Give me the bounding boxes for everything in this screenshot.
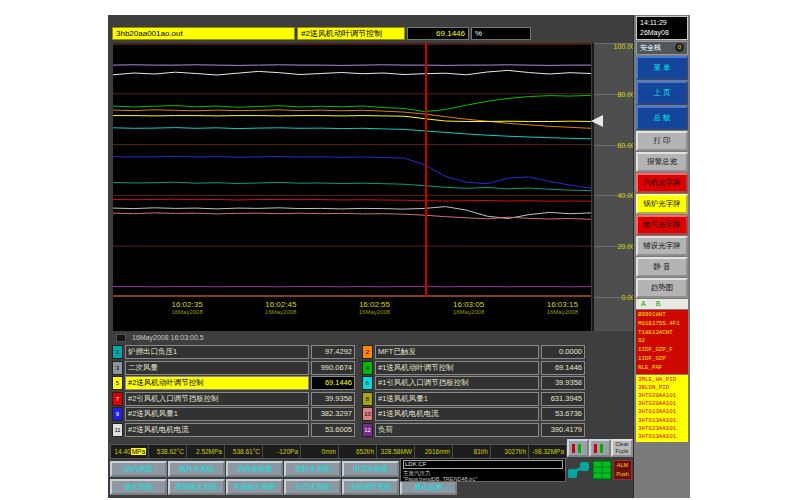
sidebar-button[interactable]: 电气光字牌 [636, 215, 688, 235]
faceplate-panel: LDK CF 主蒸汽压力 "Papa:trendDB. TREND48.trc" [400, 458, 566, 482]
series-color-swatch: 11 [112, 423, 123, 437]
nav-button[interactable]: 循环水系统 [168, 461, 225, 477]
value-marker-triangle[interactable] [591, 115, 603, 127]
trend-point-value: 382.3297 [311, 407, 355, 421]
clock-time: 14:11:29 [640, 18, 684, 28]
alarm-tag[interactable]: 3HTG13AA101 [638, 433, 686, 441]
trend-table-row[interactable]: 1炉膛出口负压197.4292 [112, 345, 360, 359]
alarm-tag[interactable]: NLE_PAF [638, 364, 686, 373]
trend-table-row[interactable]: 12负荷390.4179 [362, 423, 590, 437]
trend-point-name: #1送风机风量1 [375, 392, 539, 406]
sidebar-button[interactable]: 锅炉光字牌 [636, 194, 688, 214]
alarm-tag[interactable]: 3MLE_HA_PID [638, 376, 686, 384]
clock-date: 26May08 [640, 28, 684, 38]
nav-button[interactable]: 本体疏水系统 [226, 479, 283, 495]
alarm-tag[interactable]: 3HTG20AA101 [638, 392, 686, 400]
indicator-b: B [656, 299, 661, 309]
indicator-tile-2[interactable] [589, 439, 611, 457]
legend-box [116, 334, 126, 342]
clock-display: 14:11:29 26May08 [636, 16, 688, 40]
point-title-field[interactable]: #2送风机动叶调节控制 [297, 27, 405, 40]
trend-table-row[interactable]: 2MFT已触发0.0000 [362, 345, 590, 359]
trend-point-value: 39.9358 [541, 376, 585, 390]
alarm-tag[interactable]: 3HTG13AA101 [638, 417, 686, 425]
trend-point-name: #1送风机动叶调节控制 [375, 361, 539, 375]
nav-button[interactable]: 开式水系统 [284, 479, 341, 495]
nav-button[interactable]: 汽机调节系统 [342, 479, 399, 495]
trend-point-value: 0.0000 [541, 345, 585, 359]
trend-table-row[interactable]: 10#1送风机电机电流53.6736 [362, 407, 590, 421]
sidebar-button[interactable]: 打 印 [636, 131, 688, 151]
sidebar-button[interactable]: 趋势图 [636, 278, 688, 298]
trend-table-row[interactable]: 6#1引风机入口调节挡板控制39.9358 [362, 376, 590, 390]
series-color-swatch: 5 [112, 376, 123, 390]
x-axis-tick: 16:03:1516May2008 [534, 300, 590, 316]
trend-table-row[interactable]: 9#2送风机风量1382.3297 [112, 407, 360, 421]
dcs-trend-window: 3hb20aa001ao.out #2送风机动叶调节控制 69.1446 % 1… [108, 15, 690, 498]
alarm-tag[interactable]: 1IDF_GZP_F [638, 346, 686, 355]
trend-point-name: #2送风机风量1 [125, 407, 309, 421]
trend-series-teal [113, 182, 591, 190]
alarm-tag[interactable]: 3HTG20AA101 [638, 400, 686, 408]
sidebar-button[interactable]: 总 貌 [636, 106, 688, 130]
nav-button[interactable]: 密封水系统 [284, 461, 341, 477]
alarm-push-button[interactable]: ALM Push [613, 460, 632, 480]
trend-series-green [113, 95, 591, 111]
cursor-timestamp-row: 16May2008 16:03:00.5 [116, 333, 204, 342]
alarm-tag[interactable]: 3BLDN_PID [638, 384, 686, 392]
trend-series-cyan [113, 128, 591, 139]
trend-table-row[interactable]: 5#2送风机动叶调节控制69.1446 [112, 376, 360, 390]
alarm-tag[interactable]: M01E175S.4F1 [638, 320, 686, 329]
alarm-tag[interactable]: 3HTG23AA101 [638, 425, 686, 433]
trend-point-name: 负荷 [375, 423, 539, 437]
nav-button[interactable]: 抽汽系统 [110, 461, 167, 477]
clear-faceplates-button[interactable]: Clear Fcpls [611, 439, 633, 457]
trend-table-right: 2MFT已触发0.00004#1送风机动叶调节控制69.14466#1引风机入口… [362, 345, 590, 438]
status-value: 3027t/h [491, 445, 529, 458]
sidebar-button[interactable]: 菜 单 [636, 56, 688, 80]
process-status-bar: 14.40MPa538.62°C2.52MPa538.61°C-120Pa0mm… [110, 444, 568, 459]
sidebar-button[interactable]: 汽机光字牌 [636, 173, 688, 193]
trend-table-row[interactable]: 8#1送风机风量1631.3945 [362, 392, 590, 406]
series-color-swatch: 10 [362, 407, 373, 421]
highlighted-unit: MPa [131, 448, 146, 455]
trend-table-left: 1炉膛出口负压197.42923二次风量990.06745#2送风机动叶调节控制… [112, 345, 360, 438]
screen: 3hb20aa001ao.out #2送风机动叶调节控制 69.1446 % 1… [0, 0, 800, 500]
status-value: 652t/h [339, 445, 377, 458]
trend-point-value: 631.3945 [541, 392, 585, 406]
trend-plot-area[interactable]: 16:02:3516May200816:02:4516May200816:02:… [113, 43, 591, 331]
y-tick-label: 100.00 [614, 43, 635, 51]
nav-button[interactable]: 凝水系统 [110, 479, 167, 495]
trend-grid-icon[interactable] [592, 460, 612, 480]
trend-table-row[interactable]: 7#2引风机入口调节挡板控制39.9358 [112, 392, 360, 406]
alarm-tag[interactable]: B99018HT [638, 311, 686, 320]
security-level-box[interactable]: 安全栈 0 [636, 41, 688, 55]
sidebar-button[interactable]: 静 音 [636, 257, 688, 277]
trend-table-row[interactable]: 11#2送风机电机电流53.6005 [112, 423, 360, 437]
trend-table-row[interactable]: 3二次风量990.0674 [112, 361, 360, 375]
status-value: -98.32MPa [529, 445, 567, 458]
trend-point-value: 69.1446 [311, 376, 355, 390]
alarm-tag[interactable]: T18E12ACHT [638, 329, 686, 338]
alarm-tag[interactable]: O2 [638, 337, 686, 346]
trend-point-value: 53.6005 [311, 423, 355, 437]
indicator-tile-1[interactable] [567, 439, 589, 457]
alarm-tag-list-yellow: 3MLE_HA_PID3BLDN_PID3HTG20AA1013HTG20AA1… [636, 375, 688, 443]
sidebar-button[interactable]: 报警总览 [636, 152, 688, 172]
nav-button[interactable]: 闭式水系统 [342, 461, 399, 477]
status-value: -120Pa [263, 445, 301, 458]
sidebar-button[interactable]: 上 页 [636, 81, 688, 105]
faceplate-group-icon[interactable] [567, 460, 591, 480]
alarm-tag[interactable]: 3HTG13AA101 [638, 408, 686, 416]
nav-button[interactable]: 润滑油系统 [226, 461, 283, 477]
trend-table-row[interactable]: 4#1送风机动叶调节控制69.1446 [362, 361, 590, 375]
point-tag-field[interactable]: 3hb20aa001ao.out [112, 27, 295, 40]
series-color-swatch: 1 [112, 345, 123, 359]
nav-button[interactable]: 高加疏水系统 [168, 479, 225, 495]
trend-point-name: 炉膛出口负压1 [125, 345, 309, 359]
series-color-swatch: 4 [362, 361, 373, 375]
trend-series-white [113, 70, 591, 75]
alarm-tag[interactable]: 1IDF_GZP [638, 355, 686, 364]
sidebar-button[interactable]: 辅设光字牌 [636, 236, 688, 256]
trend-series-red [113, 199, 591, 201]
